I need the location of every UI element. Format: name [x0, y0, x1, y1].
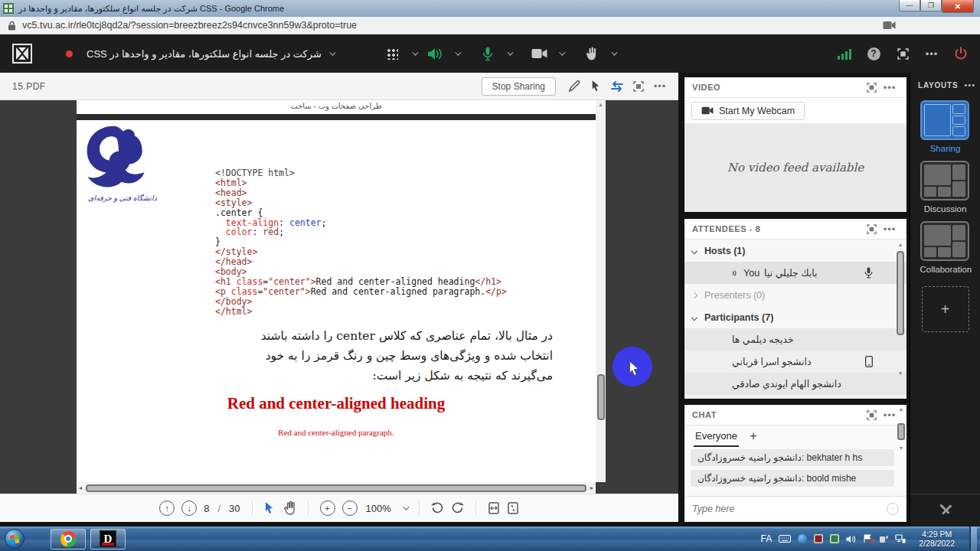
chat-scroll-thumb[interactable] — [897, 423, 905, 440]
camera-indicator-icon[interactable] — [883, 21, 896, 30]
chevron-down-icon[interactable] — [691, 314, 697, 320]
current-page-number[interactable]: 8 — [204, 503, 209, 514]
attendees-pod-more-options-icon[interactable]: ••• — [880, 221, 899, 236]
speaker-icon[interactable] — [424, 42, 447, 65]
select-tool-icon[interactable] — [264, 501, 274, 515]
help-icon[interactable]: ? — [862, 42, 885, 65]
meeting-menu-chevron-icon[interactable] — [329, 49, 335, 55]
layout-thumbnail-collaboration[interactable] — [920, 221, 969, 261]
rotate-left-icon[interactable] — [431, 502, 444, 515]
sync-icon[interactable] — [606, 77, 628, 96]
tray-app-red-icon[interactable] — [814, 534, 823, 543]
pdf-vertical-scrollbar[interactable]: ▲ — [596, 100, 606, 482]
attendee-row[interactable]: دانشجو اسرا قرباني — [684, 350, 906, 373]
rotate-right-icon[interactable] — [451, 502, 464, 515]
scroll-left-arrow-icon[interactable]: ◂ — [77, 484, 84, 491]
webcam-chevron-icon[interactable] — [559, 49, 565, 55]
video-pod-more-options-icon[interactable]: ••• — [880, 80, 899, 95]
manage-layouts-tools-icon[interactable] — [939, 504, 952, 517]
scroll-right-arrow-icon[interactable]: ▸ — [588, 484, 596, 491]
layout-label[interactable]: Sharing — [920, 144, 971, 153]
toolbar-more-options-icon[interactable]: ••• — [920, 42, 943, 65]
chat-scroll-up-icon[interactable]: ▲ — [897, 406, 905, 412]
scroll-up-arrow-icon[interactable]: ▲ — [596, 100, 606, 109]
previous-page-button[interactable]: ↑ — [159, 500, 175, 516]
video-pod-fullscreen-icon[interactable] — [862, 80, 880, 95]
attendee-row[interactable]: دانشجو الهام ايوندي صادقي — [684, 373, 906, 395]
attendees-scrollbar[interactable]: ▲ ▼ — [897, 242, 904, 376]
layout-item-discussion[interactable]: Discussion — [920, 161, 971, 214]
apps-chevron-icon[interactable] — [412, 49, 418, 55]
attendee-group-header[interactable]: Hosts (1) — [684, 240, 906, 262]
start-webcam-button[interactable]: Start My Webcam — [691, 102, 805, 120]
layout-thumbnail-discussion[interactable] — [920, 161, 969, 201]
share-pod-more-options-icon[interactable]: ••• — [649, 77, 671, 96]
new-chat-tab-icon[interactable]: + — [750, 429, 757, 444]
raise-hand-chevron-icon[interactable] — [611, 49, 617, 55]
zoom-chevron-icon[interactable] — [403, 504, 409, 510]
pan-tool-icon[interactable] — [284, 501, 296, 515]
tray-app-green-icon[interactable] — [830, 534, 839, 543]
attendee-row[interactable]: Youبابك جليلي نيا — [684, 262, 906, 284]
zoom-level[interactable]: 100% — [366, 503, 391, 514]
horizontal-scroll-thumb[interactable] — [86, 484, 586, 492]
browser-address-bar[interactable]: vc5.tvu.ac.ir/rle0tcj8qd2a/?session=bree… — [0, 17, 980, 34]
fullscreen-icon[interactable] — [891, 42, 914, 65]
layout-thumbnail-sharing[interactable] — [920, 100, 969, 140]
end-meeting-power-icon[interactable] — [949, 42, 972, 65]
pointer-tool-icon[interactable] — [585, 77, 606, 96]
zoom-in-button[interactable]: + — [320, 500, 335, 516]
zoom-out-button[interactable]: − — [342, 500, 358, 516]
chevron-right-icon[interactable] — [691, 292, 697, 298]
webcam-icon[interactable] — [528, 42, 551, 65]
chat-pod-more-options-icon[interactable]: ••• — [880, 407, 899, 422]
share-pod-fullscreen-icon[interactable] — [628, 77, 649, 96]
layout-label[interactable]: Discussion — [920, 204, 971, 214]
chat-pod-fullscreen-icon[interactable] — [862, 407, 880, 422]
attendee-row[interactable]: خديجه ديلمي ها — [684, 328, 906, 350]
attendee-group-header[interactable]: Participants (7) — [684, 306, 906, 328]
layout-item-collaboration[interactable]: Collaboration — [920, 221, 971, 274]
vertical-scroll-thumb[interactable] — [597, 374, 605, 420]
layout-label[interactable]: Collaboration — [920, 265, 971, 274]
attendees-scroll-down-icon[interactable]: ▼ — [897, 370, 904, 376]
chat-scroll-down-icon[interactable]: ▼ — [897, 445, 905, 451]
keyboard-icon[interactable] — [779, 535, 791, 543]
show-desktop-button[interactable] — [969, 527, 977, 551]
restore-button[interactable]: ❐ — [920, 0, 942, 11]
attendees-scroll-thumb[interactable] — [897, 251, 904, 335]
chat-tab-everyone[interactable]: Everyone — [694, 427, 739, 447]
raise-hand-icon[interactable] — [580, 42, 603, 65]
connection-status-icon[interactable] — [833, 42, 856, 65]
next-page-button[interactable]: ↓ — [181, 500, 197, 516]
attendee-group-header[interactable]: Presenters (0) — [684, 284, 906, 306]
action-center-flag-icon[interactable]: ✕ — [863, 534, 872, 543]
chat-send-icon[interactable]: ↑ — [887, 503, 899, 515]
attendees-pod-fullscreen-icon[interactable] — [862, 221, 880, 236]
stop-sharing-button[interactable]: Stop Sharing — [482, 77, 556, 96]
microphone-icon[interactable] — [476, 42, 499, 65]
layout-item-sharing[interactable]: Sharing — [920, 100, 971, 153]
apps-grid-icon[interactable] — [381, 42, 404, 65]
pdf-horizontal-scrollbar[interactable]: ◂ ▸ — [77, 482, 596, 494]
draw-icon[interactable] — [564, 77, 585, 96]
volume-icon[interactable] — [846, 535, 856, 543]
taskbar-chrome-button[interactable] — [51, 529, 86, 549]
microphone-chevron-icon[interactable] — [507, 49, 513, 55]
chat-input[interactable] — [692, 504, 887, 514]
language-indicator[interactable]: FA — [761, 533, 773, 544]
attendees-scroll-up-icon[interactable]: ▲ — [897, 242, 904, 247]
taskbar-clock[interactable]: 4:29 PM 2/28/2022 — [913, 530, 961, 548]
start-button[interactable] — [5, 529, 24, 549]
close-button[interactable]: ✕ — [942, 0, 974, 13]
chat-scrollbar[interactable]: ▲ ▼ — [897, 406, 905, 451]
device-eject-icon[interactable] — [879, 534, 888, 543]
add-layout-button[interactable]: + — [922, 286, 969, 332]
fit-width-icon[interactable] — [488, 502, 500, 514]
fit-page-icon[interactable] — [507, 502, 519, 514]
minimize-button[interactable]: — — [899, 0, 920, 11]
layouts-more-options-icon[interactable]: ••• — [964, 80, 975, 90]
network-icon[interactable] — [895, 534, 906, 543]
chevron-down-icon[interactable] — [691, 247, 697, 253]
adobe-connect-logo-icon[interactable] — [12, 44, 32, 64]
